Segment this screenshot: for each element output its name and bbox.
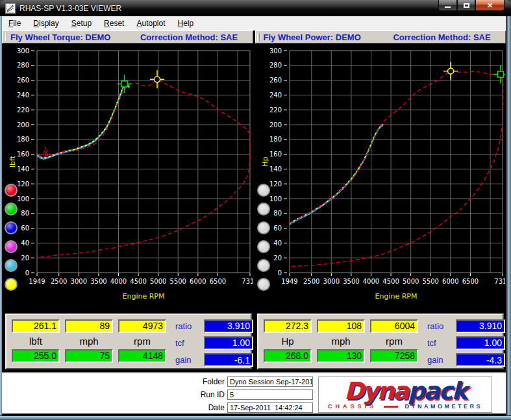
svg-text:220: 220	[269, 106, 282, 114]
menu-autoplot[interactable]: Autoplot	[134, 18, 167, 29]
torque-chart-svg: 0204060801001201401601802002202402602803…	[2, 43, 253, 310]
axes-labels: 0204060801001201401601802002202402602803…	[261, 47, 505, 301]
cursor-marker-circle[interactable]	[443, 62, 458, 80]
svg-text:240: 240	[269, 92, 282, 99]
channel-button-5[interactable]	[5, 278, 18, 291]
torque-chart-panel[interactable]: 0204060801001201401601802002202402602803…	[2, 43, 253, 310]
svg-text:180: 180	[17, 136, 29, 143]
panel-headers: Fly Wheel Torque: DEMO Correction Method…	[2, 31, 506, 43]
sash-grip-icon[interactable]	[4, 33, 7, 42]
menu-file[interactable]: File	[6, 18, 23, 29]
svg-text:120: 120	[17, 180, 29, 188]
svg-text:100: 100	[269, 195, 282, 203]
charts-area: 0204060801001201401601802002202402602803…	[2, 43, 506, 310]
date-label: Date	[186, 403, 225, 412]
channel-button-4[interactable]	[5, 259, 18, 272]
svg-text:7310: 7310	[494, 278, 505, 285]
svg-text:1949: 1949	[281, 278, 297, 285]
readouts-area: 261.1 89 4973 lbft mph rpm 255.0 75 4148…	[2, 310, 506, 372]
svg-text:6500: 6500	[462, 278, 479, 285]
torque-marker-rpm: 4148	[118, 349, 166, 363]
svg-text:3500: 3500	[90, 278, 106, 285]
series-start-transient	[44, 147, 48, 156]
svg-text:140: 140	[17, 166, 29, 173]
channel-button-0[interactable]	[5, 184, 18, 197]
power-cursor-mph: 108	[317, 319, 365, 333]
menu-setup[interactable]: Setup	[69, 18, 93, 29]
power-chart-panel[interactable]: 0204060801001201401601802002202402602803…	[255, 43, 505, 310]
sash-grip-icon[interactable]	[257, 33, 260, 42]
svg-text:1949: 1949	[29, 278, 45, 285]
svg-text:120: 120	[269, 180, 282, 188]
gain-value: -4.3	[456, 353, 505, 367]
svg-text:3000: 3000	[323, 278, 340, 285]
torque-title: Fly Wheel Torque: DEMO	[10, 32, 140, 42]
maximize-button[interactable]	[457, 0, 475, 11]
session-fields: Folder Dyno Session Sep-17-2011 Run ID 5…	[186, 377, 313, 413]
svg-text:Hp: Hp	[261, 156, 269, 166]
channel-button-2[interactable]	[257, 221, 270, 234]
svg-text:4500: 4500	[130, 278, 146, 285]
window-right-border	[506, 16, 511, 415]
title-bar[interactable]: RHAS-SP V1.3-03E VIEWER ✕	[0, 0, 511, 16]
svg-text:260: 260	[17, 77, 29, 84]
menu-reset[interactable]: Reset	[102, 18, 126, 29]
svg-text:60: 60	[273, 225, 282, 232]
window-controls: ✕	[438, 0, 505, 11]
cursor-marker-circle[interactable]	[150, 70, 164, 88]
channel-button-3[interactable]	[5, 240, 18, 253]
channel-button-2[interactable]	[5, 221, 18, 234]
svg-text:5000: 5000	[403, 278, 419, 285]
channel-button-4[interactable]	[257, 259, 270, 272]
svg-text:0: 0	[25, 269, 29, 277]
cursor-marker-square[interactable]	[118, 75, 132, 93]
channel-button-5[interactable]	[257, 278, 270, 291]
gain-label: gain	[427, 355, 456, 365]
svg-text:5000: 5000	[150, 278, 166, 285]
ratio-label: ratio	[175, 321, 204, 331]
power-header: Fly Wheel Power: DEMO Correction Method:…	[255, 31, 506, 43]
menu-display[interactable]: Display	[31, 18, 60, 29]
power-cursor-rpm: 6004	[370, 319, 418, 333]
close-button[interactable]: ✕	[475, 0, 505, 11]
run-id-field[interactable]: 5	[227, 389, 313, 400]
svg-text:4000: 4000	[363, 278, 379, 285]
svg-text:260: 260	[269, 77, 282, 84]
folder-field[interactable]: Dyno Session Sep-17-2011	[227, 377, 313, 387]
mph-unit-label: mph	[317, 336, 365, 347]
svg-text:6500: 6500	[210, 278, 226, 285]
torque-unit-label: lbft	[12, 336, 60, 347]
dynapack-logo: Dynapack CHASSIS DYNAMOMETERS	[318, 377, 492, 413]
grid	[37, 51, 250, 273]
power-chart-svg: 0204060801001201401601802002202402602803…	[255, 43, 505, 310]
tcf-value: 1.00	[204, 336, 253, 350]
power-marker-mph: 130	[317, 349, 365, 363]
svg-text:100: 100	[17, 195, 29, 203]
svg-text:300: 300	[269, 47, 282, 55]
grid	[290, 51, 503, 273]
power-unit-label: Hp	[264, 336, 312, 347]
ratio-label: ratio	[427, 321, 456, 331]
channel-button-1[interactable]	[257, 203, 270, 216]
cursor-marker-square[interactable]	[493, 65, 505, 83]
power-marker-value: 268.0	[264, 349, 312, 363]
minimize-button[interactable]	[438, 0, 457, 11]
svg-text:7310: 7310	[242, 278, 253, 285]
menu-help[interactable]: Help	[176, 18, 196, 29]
svg-text:lbft: lbft	[8, 155, 17, 167]
mph-unit-label: mph	[65, 336, 113, 347]
svg-text:5500: 5500	[170, 278, 186, 285]
svg-text:6000: 6000	[190, 278, 206, 285]
svg-text:280: 280	[17, 62, 29, 69]
torque-correction-method: Correction Method: SAE	[140, 32, 238, 42]
svg-text:40: 40	[21, 240, 29, 247]
svg-text:4500: 4500	[382, 278, 399, 285]
svg-text:Engine RPM: Engine RPM	[375, 292, 418, 301]
date-field[interactable]: 17-Sep-2011 14:42:24	[227, 402, 313, 413]
channel-button-1[interactable]	[5, 203, 18, 216]
torque-marker-value: 255.0	[12, 349, 60, 363]
channel-button-0[interactable]	[257, 184, 270, 197]
channel-button-3[interactable]	[257, 240, 270, 253]
session-footer: Folder Dyno Session Sep-17-2011 Run ID 5…	[2, 372, 506, 415]
window-title: RHAS-SP V1.3-03E VIEWER	[19, 4, 121, 13]
